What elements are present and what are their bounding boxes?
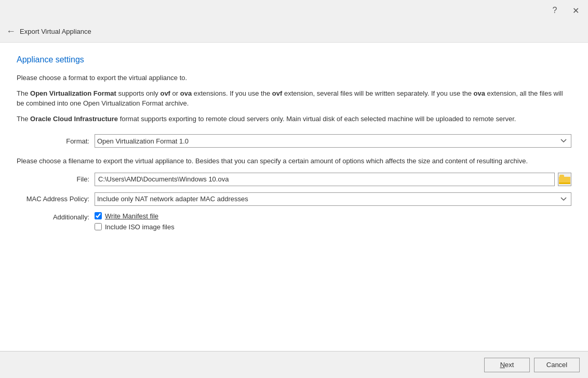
title-bar: ? ✕ xyxy=(0,0,588,21)
desc2-mid1: supports only xyxy=(116,89,161,97)
desc2-bold1: Open Virtualization Format xyxy=(30,89,116,97)
mac-control: Include only NAT network adapter MAC add… xyxy=(95,192,571,206)
close-button[interactable]: ✕ xyxy=(569,4,582,17)
mac-row: MAC Address Policy: Include only NAT net… xyxy=(17,192,571,206)
format-control: Open Virtualization Format 1.0 Open Virt… xyxy=(95,134,571,148)
separator-desc: Please choose a filename to export the v… xyxy=(17,156,571,166)
mac-select[interactable]: Include only NAT network adapter MAC add… xyxy=(95,192,571,206)
back-button[interactable]: ← xyxy=(6,26,16,37)
write-manifest-checkbox[interactable] xyxy=(95,212,102,219)
desc3-pre: The xyxy=(17,115,30,123)
dialog-title: Export Virtual Appliance xyxy=(20,28,91,35)
footer: Next Cancel xyxy=(0,351,588,378)
file-row: File: C:\Users\AMD\Documents\Windows 10.… xyxy=(17,173,571,186)
format-section: Format: Open Virtualization Format 1.0 O… xyxy=(17,134,571,148)
desc3-bold: Oracle Cloud Infrastructure xyxy=(30,115,118,123)
file-input[interactable]: C:\Users\AMD\Documents\Windows 10.ova xyxy=(95,173,555,186)
additionally-label: Additionally: xyxy=(17,212,95,221)
mac-label: MAC Address Policy: xyxy=(17,195,95,203)
desc2-mid2: or xyxy=(170,89,180,97)
cancel-button[interactable]: Cancel xyxy=(534,358,580,372)
next-underline: Next xyxy=(500,361,514,369)
main-content: Appliance settings Please choose a forma… xyxy=(0,43,588,351)
desc2-mid3: extensions. If you use the xyxy=(192,89,272,97)
desc2-pre: The xyxy=(17,89,30,97)
dialog-header: ← Export Virtual Appliance xyxy=(0,21,588,43)
file-label: File: xyxy=(17,175,95,183)
svg-rect-3 xyxy=(559,177,570,183)
write-manifest-label[interactable]: Write Manifest file xyxy=(105,212,158,220)
format-row: Format: Open Virtualization Format 1.0 O… xyxy=(17,134,571,148)
page-title: Appliance settings xyxy=(17,55,571,64)
include-iso-checkbox[interactable] xyxy=(95,223,102,230)
file-control: C:\Users\AMD\Documents\Windows 10.ova xyxy=(95,173,571,186)
desc2-bold2: ovf xyxy=(160,89,170,97)
help-button[interactable]: ? xyxy=(549,4,561,17)
format-select[interactable]: Open Virtualization Format 1.0 Open Virt… xyxy=(95,134,571,148)
desc2-bold3: ova xyxy=(180,89,192,97)
desc2-bold4: ovf xyxy=(272,89,283,97)
desc2: The Open Virtualization Format supports … xyxy=(17,88,571,109)
include-iso-label[interactable]: Include ISO image files xyxy=(105,223,175,231)
desc1: Please choose a format to export the vir… xyxy=(17,73,571,83)
folder-icon xyxy=(559,175,570,184)
checkbox1-row: Write Manifest file xyxy=(95,212,175,220)
desc3: The Oracle Cloud Infrastructure format s… xyxy=(17,114,571,124)
desc3-mid: format supports exporting to remote clou… xyxy=(118,115,516,123)
desc2-mid4: extension, several files will be written… xyxy=(282,89,473,97)
browse-button[interactable] xyxy=(558,173,571,186)
desc2-bold5: ova xyxy=(474,89,485,97)
additionally-row: Additionally: Write Manifest file Includ… xyxy=(17,212,571,231)
checkbox2-row: Include ISO image files xyxy=(95,223,175,231)
format-label: Format: xyxy=(17,137,95,145)
checkboxes-wrapper: Write Manifest file Include ISO image fi… xyxy=(95,212,175,231)
next-button[interactable]: Next xyxy=(484,358,530,372)
